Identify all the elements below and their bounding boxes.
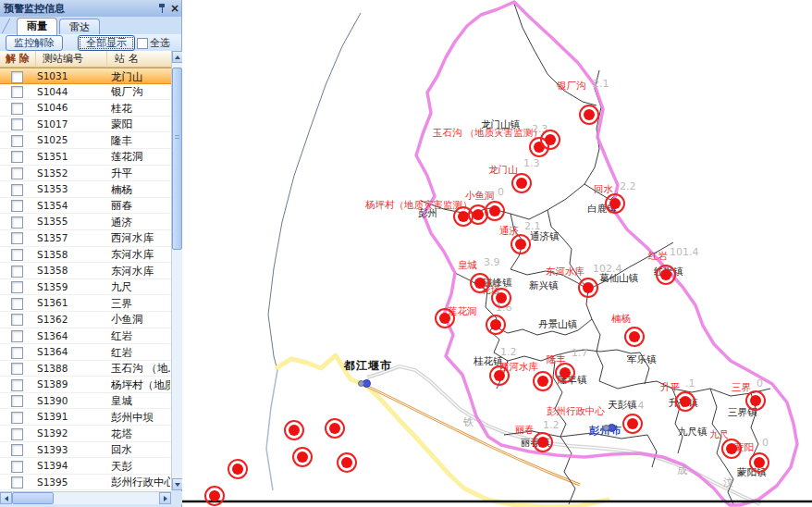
release-checkbox[interactable] [11, 266, 23, 278]
release-checkbox[interactable] [11, 184, 23, 196]
station-marker[interactable] [605, 193, 625, 214]
table-row[interactable]: S1354丽春 [0, 198, 171, 215]
show-all-button[interactable]: 全部显示 [78, 35, 135, 51]
release-checkbox[interactable] [11, 428, 23, 440]
table-row[interactable]: S1358东河水库 [0, 247, 171, 264]
station-marker[interactable] [435, 308, 455, 328]
release-checkbox[interactable] [11, 298, 23, 310]
table-row[interactable]: S1388玉石沟 （地.. [0, 361, 171, 377]
release-monitor-button[interactable]: 监控解除 [6, 35, 63, 51]
release-checkbox[interactable] [11, 281, 23, 293]
release-checkbox[interactable] [11, 395, 23, 407]
release-checkbox[interactable] [11, 118, 23, 130]
station-marker[interactable] [745, 390, 766, 411]
station-marker[interactable] [622, 414, 643, 434]
release-checkbox[interactable] [11, 379, 23, 391]
station-code-cell: S1355 [37, 216, 68, 227]
table-row[interactable]: S1353楠杨 [0, 181, 171, 198]
station-marker[interactable] [204, 486, 225, 506]
table-row[interactable]: S1389杨坪村（地质.. [0, 377, 171, 393]
station-marker[interactable] [284, 420, 304, 440]
release-checkbox[interactable] [11, 200, 23, 212]
station-marker[interactable] [325, 418, 345, 439]
table-row[interactable]: S1352升平 [0, 166, 171, 182]
table-row[interactable]: S1364红岩 [0, 344, 171, 361]
table-row[interactable]: S1017蒙阳 [0, 117, 171, 133]
table-row[interactable]: S1361三界 [0, 295, 171, 312]
release-checkbox[interactable] [11, 314, 23, 326]
station-marker[interactable] [486, 315, 506, 335]
table-row[interactable]: S1364红岩 [0, 328, 171, 345]
table-row[interactable]: S1392花塔 [0, 426, 171, 442]
release-checkbox[interactable] [11, 476, 23, 488]
station-marker[interactable] [491, 288, 511, 308]
header-station-code[interactable]: 测站编号 [35, 51, 106, 68]
release-checkbox[interactable] [11, 216, 23, 229]
station-marker[interactable] [228, 459, 248, 479]
release-checkbox[interactable] [11, 412, 23, 424]
vertical-scroll-thumb[interactable] [172, 68, 182, 250]
table-row[interactable]: S1358东河水库 [0, 263, 171, 279]
station-marker[interactable] [579, 105, 599, 125]
scroll-right-button[interactable] [159, 492, 171, 504]
table-row[interactable]: S1390皇城 [0, 393, 171, 410]
release-checkbox[interactable] [11, 249, 23, 261]
station-name-cell: 玉石沟 （地.. [111, 362, 170, 376]
scroll-left-button[interactable] [0, 492, 12, 504]
station-marker[interactable] [578, 278, 598, 298]
close-icon[interactable]: × [168, 2, 181, 15]
table-row[interactable]: S1395彭州行政中心 [0, 475, 171, 491]
station-marker[interactable] [555, 363, 575, 383]
table-row[interactable]: S1031龙门山 [0, 68, 171, 84]
horizontal-scroll-thumb[interactable] [12, 492, 54, 504]
station-marker[interactable] [470, 273, 490, 293]
table-row[interactable]: S1391彭州中坝 [0, 409, 171, 426]
table-row[interactable]: S1044银厂沟 [0, 84, 171, 101]
station-marker[interactable] [540, 130, 560, 150]
station-marker[interactable] [485, 201, 505, 221]
release-checkbox[interactable] [11, 347, 23, 359]
table-row[interactable]: S1357西河水库 [0, 230, 171, 247]
release-checkbox[interactable] [11, 363, 23, 375]
release-checkbox[interactable] [11, 86, 23, 98]
table-row[interactable]: S1394天彭 [0, 458, 171, 475]
select-all-checkbox[interactable] [137, 38, 148, 49]
table-row[interactable]: S1362小鱼洞 [0, 312, 171, 328]
header-station-name[interactable]: 站 名 [106, 51, 171, 68]
table-row[interactable]: S1025隆丰 [0, 132, 171, 149]
release-checkbox[interactable] [11, 444, 23, 456]
release-checkbox[interactable] [11, 71, 23, 83]
station-marker[interactable] [533, 432, 553, 452]
station-marker[interactable] [511, 173, 532, 193]
vertical-scrollbar[interactable] [171, 51, 182, 490]
station-marker[interactable] [656, 265, 676, 285]
station-marker[interactable] [511, 234, 531, 254]
release-checkbox[interactable] [11, 330, 23, 342]
release-checkbox[interactable] [11, 461, 23, 473]
map-area[interactable]: 龙门山镇白鹿镇通济镇磁峰镇新兴镇葛仙山镇红岩镇丹景山镇桂花镇隆丰镇军乐镇天彭镇丽… [182, 0, 812, 507]
table-row[interactable]: S1355通济 [0, 214, 171, 230]
pin-icon[interactable] [155, 2, 168, 15]
table-row[interactable]: S1359九尺 [0, 279, 171, 296]
release-checkbox[interactable] [11, 103, 23, 115]
header-release[interactable]: 解 除 [0, 51, 35, 68]
station-marker[interactable] [721, 439, 742, 459]
station-marker[interactable] [337, 452, 357, 473]
station-marker[interactable] [749, 452, 769, 473]
station-marker[interactable] [624, 327, 645, 347]
station-marker[interactable] [675, 391, 695, 412]
table-row[interactable]: S1393回水 [0, 442, 171, 459]
station-marker[interactable] [489, 365, 510, 386]
release-checkbox[interactable] [11, 135, 23, 147]
release-checkbox[interactable] [11, 232, 23, 244]
tab-rainfall[interactable]: 雨量 [17, 18, 57, 35]
station-marker[interactable] [533, 371, 553, 391]
tab-radar[interactable]: 雷达 [59, 19, 100, 34]
release-checkbox[interactable] [11, 167, 23, 179]
release-checkbox[interactable] [11, 151, 23, 163]
horizontal-scrollbar[interactable] [0, 491, 171, 504]
table-row[interactable]: S1351莲花洞 [0, 149, 171, 166]
table-row[interactable]: S1046桂花 [0, 100, 171, 117]
station-value: 102.4 [593, 263, 622, 275]
station-marker[interactable] [292, 447, 313, 467]
